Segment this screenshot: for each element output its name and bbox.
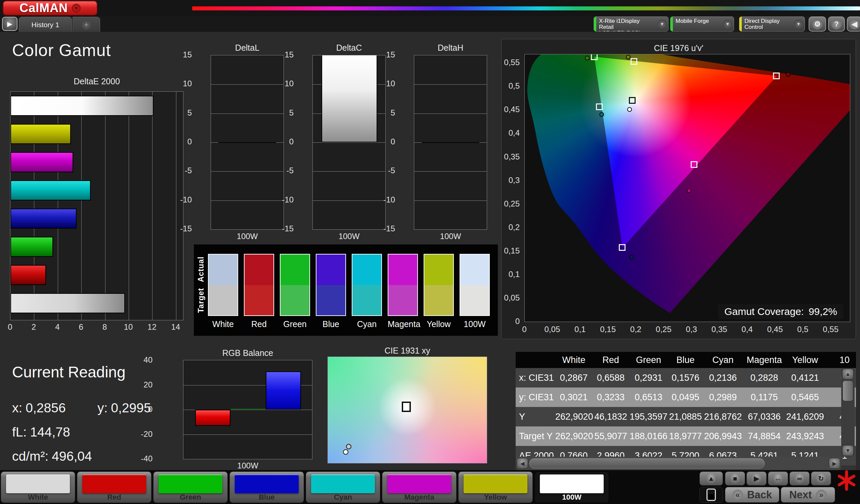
patch-label: Cyan bbox=[306, 493, 380, 502]
cie1931-dot-1 bbox=[343, 449, 348, 455]
horizontal-scroll-thumb[interactable] bbox=[529, 458, 764, 469]
swatch-pair bbox=[208, 254, 238, 316]
patch-button-blue[interactable]: Blue bbox=[229, 471, 304, 503]
target-marker-yellow bbox=[631, 58, 637, 65]
display-window-button[interactable] bbox=[699, 487, 723, 503]
meter-dropdown[interactable]: X-Rite i1Display Retail LCD (LED RGB) ▼ bbox=[593, 16, 669, 32]
deltaL-xlabel: 100W bbox=[211, 232, 284, 241]
patch-button-red[interactable]: Red bbox=[77, 471, 152, 503]
vertical-scroll-thumb[interactable] bbox=[843, 381, 853, 401]
table-cell: 0,3021 bbox=[555, 392, 592, 403]
rgb-bar-green bbox=[230, 408, 266, 410]
continuous-button[interactable]: ∞ bbox=[789, 471, 809, 486]
patch-button-white[interactable]: White bbox=[1, 471, 75, 503]
source-dropdown[interactable]: Mobile Forge ▼ bbox=[670, 16, 734, 32]
scroll-right-button[interactable]: ▶ bbox=[829, 458, 840, 469]
reading-x: x:0,2856 bbox=[12, 401, 69, 415]
expand-panel-button[interactable]: ▲ bbox=[699, 471, 723, 486]
patch-swatch bbox=[463, 474, 527, 493]
range-icon: ↔ bbox=[772, 473, 784, 484]
patch-label: Yellow bbox=[459, 493, 532, 502]
display-control-dropdown[interactable]: Direct Display Control ▼ bbox=[739, 16, 805, 32]
back-label: Back bbox=[747, 489, 772, 501]
cie1931-chart: CIE 1931 xy bbox=[322, 346, 497, 467]
swatch-column-100w: 100W bbox=[460, 254, 490, 330]
x-tick-label: 12 bbox=[142, 322, 162, 332]
patch-button-magenta[interactable]: Magenta bbox=[382, 471, 457, 503]
deltae-bar-red bbox=[11, 265, 46, 285]
settings-button[interactable]: ⚙ bbox=[808, 16, 826, 32]
swatch-pair bbox=[244, 254, 274, 316]
table-cell: 0,6588 bbox=[592, 373, 629, 383]
back-button[interactable]: « Back bbox=[725, 487, 779, 503]
table-cell: 0,1576 bbox=[668, 373, 703, 383]
x-tick-label: 0,25 bbox=[654, 325, 674, 334]
swatch-label: Red bbox=[244, 316, 274, 330]
scroll-down-button[interactable]: ▼ bbox=[842, 445, 854, 456]
triangle-down-icon: ▼ bbox=[845, 448, 850, 454]
patch-swatch bbox=[82, 474, 146, 493]
tab-history-1[interactable]: History 1 bbox=[19, 17, 72, 32]
patch-button-green[interactable]: Green bbox=[153, 471, 228, 503]
table-cell: 262,9020 bbox=[555, 412, 592, 422]
y-tick-label: 0 bbox=[148, 405, 153, 414]
table-vertical-scrollbar[interactable]: ▲ ▼ bbox=[841, 368, 855, 457]
x-tick-label: 0,4 bbox=[737, 325, 757, 334]
table-col-header: Green bbox=[629, 355, 668, 365]
gridline bbox=[414, 84, 487, 85]
target-marker-red bbox=[773, 73, 780, 79]
scroll-up-button[interactable]: ▲ bbox=[842, 369, 854, 380]
table-cell: 21,0885 bbox=[668, 412, 703, 422]
gridline bbox=[105, 92, 105, 320]
add-tab-button[interactable]: + bbox=[73, 17, 100, 32]
swatch-target-white bbox=[209, 285, 238, 316]
play-icon: ▶ bbox=[751, 473, 762, 484]
refresh-button[interactable]: ↻ bbox=[811, 471, 831, 486]
table-row-label: Target Y bbox=[516, 431, 555, 442]
swatch-column-green: Green bbox=[280, 254, 310, 330]
deltae-xticks: 02468101214 bbox=[10, 322, 183, 334]
patch-swatch bbox=[540, 474, 604, 493]
patch-button-yellow[interactable]: Yellow bbox=[458, 471, 533, 503]
reading-y: y:0,2995 bbox=[97, 401, 155, 415]
measured-marker-green bbox=[585, 56, 590, 60]
y-tick-label: 0 bbox=[289, 137, 293, 146]
y-tick-label: 10 bbox=[285, 79, 293, 88]
patch-button-100w[interactable]: 100W bbox=[534, 471, 609, 503]
table-cell: 188,0166 bbox=[629, 431, 668, 442]
y-tick-label: 0,35 bbox=[502, 152, 520, 162]
stop-button[interactable]: ■ bbox=[725, 471, 745, 486]
patch-label: Green bbox=[154, 493, 227, 502]
y-tick-label: -10 bbox=[180, 195, 192, 205]
y-tick-label: -10 bbox=[383, 195, 395, 205]
cie1976-panel: CIE 1976 u'v' 00,050,10,150,20,250,30,35… bbox=[501, 39, 856, 339]
play-button[interactable]: ▶ bbox=[746, 471, 766, 486]
table-horizontal-scrollbar[interactable]: ◀ ▶ bbox=[516, 457, 841, 470]
table-cell: 55,9077 bbox=[592, 431, 629, 442]
y-tick-label: 15 bbox=[183, 50, 192, 59]
table-cell: 18,9777 bbox=[668, 431, 703, 442]
swatch-target-green bbox=[281, 285, 310, 316]
patch-button-cyan[interactable]: Cyan bbox=[306, 471, 380, 503]
gridline bbox=[414, 171, 487, 172]
x-tick-label: 2 bbox=[24, 322, 44, 332]
next-button[interactable]: Next » bbox=[781, 487, 835, 503]
deltae2000-chart: DeltaE 2000 02468101214 bbox=[7, 77, 188, 337]
patch-label: Red bbox=[77, 493, 151, 502]
y-tick-label: 0,4 bbox=[502, 128, 520, 138]
swatch-actual-magenta bbox=[388, 254, 417, 285]
swatch-label: Blue bbox=[316, 316, 346, 330]
deltae-bar-yellow bbox=[11, 124, 71, 144]
range-button[interactable]: ↔ bbox=[768, 471, 788, 486]
reading-luminance: cd/m²:496,04 bbox=[12, 449, 96, 464]
table-col-header: Yellow bbox=[786, 355, 825, 365]
swatch-pair bbox=[424, 254, 454, 316]
triangle-up-icon: ▲ bbox=[705, 473, 717, 484]
tab-scroll-button[interactable]: ▶ bbox=[2, 17, 17, 31]
calman-logo-button[interactable]: CalMAN ▼ bbox=[3, 1, 97, 15]
collapse-panel-button[interactable]: ◀ bbox=[847, 16, 860, 32]
x-tick-label: 0,05 bbox=[542, 325, 562, 334]
scroll-left-button[interactable]: ◀ bbox=[517, 458, 528, 469]
help-button[interactable]: ? bbox=[828, 16, 845, 32]
table-row-y-cie31: y: CIE310,30210,32330,65130,04950,29890,… bbox=[516, 387, 856, 407]
